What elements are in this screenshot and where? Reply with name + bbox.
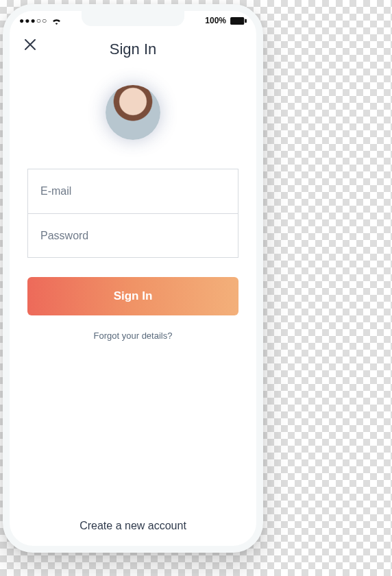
signal-dots-icon: ●●●○○ — [19, 16, 47, 25]
battery-percent: 100% — [205, 16, 226, 25]
signin-button[interactable]: Sign In — [27, 277, 238, 315]
wifi-icon — [51, 17, 62, 25]
avatar-container — [10, 85, 256, 140]
input-group — [27, 169, 238, 258]
phone-frame: ●●●○○ 100% Sign In Sign In Forgot your d… — [3, 4, 263, 553]
header: Sign In — [10, 30, 256, 62]
battery-icon — [230, 17, 247, 25]
create-account-link[interactable]: Create a new account — [10, 520, 256, 532]
email-field[interactable] — [28, 169, 238, 213]
close-icon — [23, 38, 37, 51]
password-field[interactable] — [28, 213, 238, 257]
user-avatar — [106, 85, 160, 140]
phone-notch — [82, 11, 184, 26]
page-title: Sign In — [22, 40, 244, 58]
forgot-details-link[interactable]: Forgot your details? — [27, 331, 238, 341]
status-left: ●●●○○ — [19, 16, 62, 25]
svg-rect-1 — [245, 19, 247, 23]
signin-form: Sign In Forgot your details? — [10, 140, 256, 341]
close-button[interactable] — [22, 37, 38, 53]
svg-rect-0 — [230, 17, 244, 25]
status-right: 100% — [205, 16, 247, 25]
